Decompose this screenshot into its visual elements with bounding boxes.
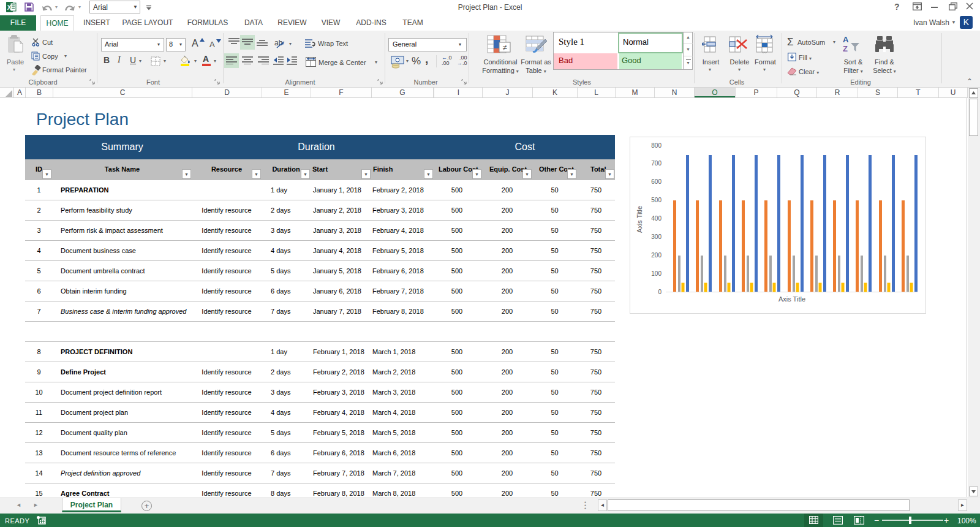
svg-text:700: 700 xyxy=(651,160,662,167)
svg-text:500: 500 xyxy=(651,197,662,203)
svg-text:0: 0 xyxy=(658,289,662,295)
svg-text:800: 800 xyxy=(651,142,662,149)
svg-text:Axis Title: Axis Title xyxy=(778,295,805,303)
svg-text:≠: ≠ xyxy=(502,43,507,52)
svg-text:600: 600 xyxy=(651,178,662,185)
svg-text:Z: Z xyxy=(843,44,848,53)
svg-text:A: A xyxy=(843,35,849,44)
svg-text:Axis Title: Axis Title xyxy=(636,206,643,233)
svg-text:400: 400 xyxy=(651,215,662,222)
svg-text:100: 100 xyxy=(651,270,662,277)
svg-text:300: 300 xyxy=(651,233,662,240)
svg-text:200: 200 xyxy=(651,252,662,259)
